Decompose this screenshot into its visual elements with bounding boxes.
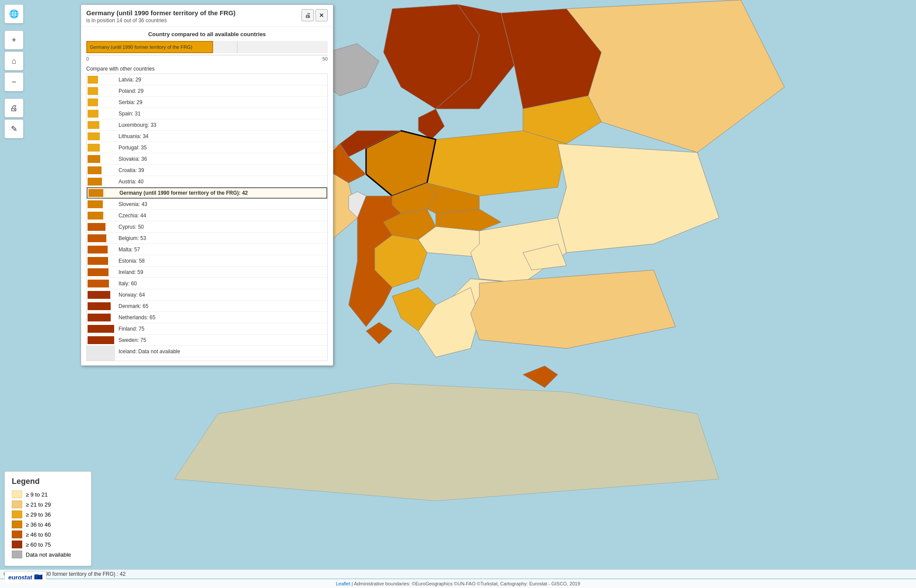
- country-bar-cell: [87, 97, 115, 108]
- country-bar-cell: [87, 221, 115, 232]
- country-bar-cell: [87, 357, 115, 361]
- country-name-cell: Spain: 31: [115, 108, 327, 119]
- country-row[interactable]: Germany (until 1990 former territory of …: [87, 187, 327, 199]
- country-bar-cell: [87, 153, 115, 164]
- country-row[interactable]: Slovenia: 43: [87, 199, 327, 210]
- popup-actions: 🖨 ✕: [302, 9, 328, 21]
- attribution: Leaflet | Administrative boundaries: ©Eu…: [0, 579, 916, 588]
- country-name-cell: Portugal: 35: [115, 142, 327, 153]
- country-row[interactable]: Sweden: 75: [87, 335, 327, 346]
- country-row[interactable]: Latvia: 29: [87, 74, 327, 85]
- country-name-cell: Cyprus: 50: [115, 221, 327, 232]
- country-name-cell: Austria: 40: [115, 176, 327, 187]
- country-name-cell: Slovakia: 36: [115, 153, 327, 164]
- country-name-cell: Lithuania: 34: [115, 131, 327, 142]
- legend-color-swatch: [12, 510, 22, 518]
- country-row[interactable]: Czechia: 44: [87, 210, 327, 221]
- legend: Legend ≥ 9 to 21≥ 21 to 29≥ 29 to 36≥ 36…: [4, 471, 92, 566]
- country-row[interactable]: Iceland: Data not available: [87, 346, 327, 357]
- popup-close-button[interactable]: ✕: [316, 9, 328, 21]
- chart-bar-fill: Germany (until 1990 former territory of …: [86, 41, 213, 53]
- country-bar-fill: [88, 268, 109, 276]
- country-row[interactable]: Poland: 29: [87, 85, 327, 97]
- admin-boundaries-text: Administrative boundaries: ©EuroGeograph…: [354, 581, 580, 586]
- chart-min: 0: [86, 56, 89, 61]
- popup-print-button[interactable]: 🖨: [302, 9, 314, 21]
- country-name-cell: United Kingdom: Data not available: [115, 357, 327, 361]
- country-row[interactable]: Austria: 40: [87, 176, 327, 187]
- legend-item-label: ≥ 46 to 60: [26, 531, 51, 538]
- status-bar: Germany (until 1990 former territory of …: [0, 570, 916, 578]
- zoom-in-button[interactable]: +: [4, 30, 24, 50]
- compare-label: Compare with other countries: [86, 66, 328, 72]
- chart-axis: 0 50: [86, 55, 328, 61]
- country-name-cell: Poland: 29: [115, 85, 327, 96]
- legend-title: Legend: [12, 477, 84, 486]
- country-row[interactable]: Luxembourg: 33: [87, 119, 327, 131]
- globe-button[interactable]: 🌐: [4, 4, 24, 24]
- country-row[interactable]: Croatia: 39: [87, 165, 327, 176]
- country-name-cell: Germany (until 1990 former territory of …: [116, 188, 326, 198]
- country-bar-cell: [87, 255, 115, 266]
- country-bar-cell: [87, 210, 115, 221]
- country-name-cell: Luxembourg: 33: [115, 119, 327, 130]
- country-name-cell: Norway: 64: [115, 289, 327, 300]
- popup-title: Germany (until 1990 former territory of …: [86, 9, 298, 17]
- country-bar-cell: [87, 85, 115, 96]
- country-row[interactable]: Malta: 57: [87, 244, 327, 255]
- country-bar-fill: [88, 246, 108, 253]
- legend-color-swatch: [12, 531, 22, 538]
- country-list[interactable]: Latvia: 29 Poland: 29 Serbia: 29 Spain: …: [86, 74, 328, 361]
- country-bar-fill: [88, 291, 110, 299]
- country-bar-fill: [88, 121, 99, 129]
- country-bar-cell: [87, 289, 115, 300]
- country-name-cell: Croatia: 39: [115, 165, 327, 176]
- legend-item-label: ≥ 9 to 21: [26, 491, 48, 498]
- country-row[interactable]: Estonia: 58: [87, 255, 327, 267]
- country-bar-cell: [87, 244, 115, 255]
- legend-color-swatch: [12, 551, 22, 558]
- country-row[interactable]: Cyprus: 50: [87, 221, 327, 233]
- country-row[interactable]: Belgium: 53: [87, 233, 327, 244]
- country-bar-cell: [87, 119, 115, 130]
- tool-button[interactable]: ✎: [4, 119, 24, 139]
- country-row[interactable]: Norway: 64: [87, 289, 327, 301]
- country-bar-fill: [88, 155, 100, 163]
- legend-item: ≥ 36 to 46: [12, 520, 84, 528]
- country-row[interactable]: Slovakia: 36: [87, 153, 327, 165]
- country-row[interactable]: Spain: 31: [87, 108, 327, 119]
- country-bar-cell: [87, 108, 115, 119]
- zoom-out-button[interactable]: −: [4, 72, 24, 91]
- country-row[interactable]: Portugal: 35: [87, 142, 327, 153]
- country-name-cell: Malta: 57: [115, 244, 327, 255]
- leaflet-link[interactable]: Leaflet: [336, 581, 350, 586]
- country-row[interactable]: Ireland: 59: [87, 267, 327, 278]
- country-bar-fill: [88, 302, 111, 310]
- country-row[interactable]: Serbia: 29: [87, 97, 327, 108]
- country-row[interactable]: Finland: 75: [87, 323, 327, 335]
- country-bar-cell: [87, 233, 115, 243]
- country-bar-cell: [87, 335, 115, 345]
- legend-item-label: Data not available: [26, 551, 71, 558]
- country-row[interactable]: Lithuania: 34: [87, 131, 327, 142]
- chart-title: Country compared to all available countr…: [86, 31, 328, 37]
- toolbar: 🌐 + ⌂ − 🖨 ✎: [4, 4, 24, 139]
- legend-items: ≥ 9 to 21≥ 21 to 29≥ 29 to 36≥ 36 to 46≥…: [12, 490, 84, 558]
- country-bar-cell: [87, 278, 115, 289]
- home-button[interactable]: ⌂: [4, 51, 24, 71]
- print-button[interactable]: 🖨: [4, 98, 24, 118]
- country-row[interactable]: Netherlands: 65: [87, 312, 327, 323]
- country-name-cell: Denmark: 65: [115, 301, 327, 311]
- chart-bar-label: Germany (until 1990 former territory of …: [90, 44, 192, 50]
- country-bar-fill: [88, 212, 103, 220]
- country-bar-fill: [88, 76, 98, 84]
- country-row[interactable]: United Kingdom: Data not available: [87, 357, 327, 361]
- legend-item-label: ≥ 60 to 75: [26, 541, 51, 548]
- country-bar-fill: [88, 132, 100, 140]
- legend-item: ≥ 29 to 36: [12, 510, 84, 518]
- legend-color-swatch: [12, 490, 22, 498]
- country-name-cell: Netherlands: 65: [115, 312, 327, 323]
- country-row[interactable]: Denmark: 65: [87, 301, 327, 312]
- country-name-cell: Latvia: 29: [115, 74, 327, 85]
- country-row[interactable]: Italy: 60: [87, 278, 327, 289]
